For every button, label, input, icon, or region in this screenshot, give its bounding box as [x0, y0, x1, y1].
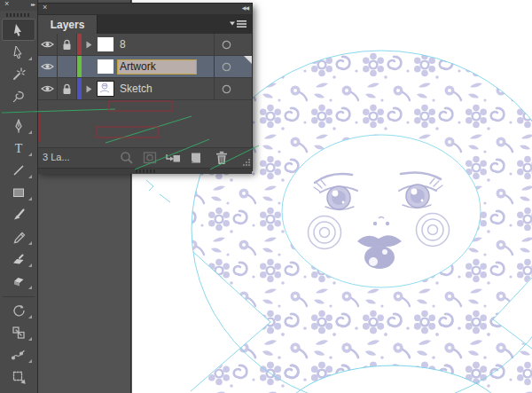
- tools-panel: × ▸▸ T: [0, 0, 38, 393]
- expand-triangle-icon[interactable]: [82, 78, 96, 99]
- svg-text:T: T: [15, 142, 23, 155]
- panel-titlebar[interactable]: × ◀◀: [38, 4, 252, 15]
- illustrator-window: × ◀◀ Layers 8 Sketch 3 La...: [0, 0, 532, 393]
- line-segment-tool[interactable]: [3, 159, 35, 181]
- lock-toggle[interactable]: [58, 34, 77, 55]
- width-tool[interactable]: [3, 343, 35, 365]
- lock-toggle[interactable]: [58, 56, 77, 77]
- layer-thumbnail[interactable]: [96, 34, 115, 55]
- lasso-tool[interactable]: [3, 85, 35, 107]
- layer-thumbnail[interactable]: [96, 78, 115, 99]
- layer-name[interactable]: 8: [115, 38, 214, 51]
- delete-layer-icon[interactable]: [215, 151, 229, 165]
- toolbar-close-icon[interactable]: ×: [4, 0, 9, 8]
- expand-triangle-icon[interactable]: [82, 34, 96, 55]
- layer-name-cell: [115, 56, 214, 77]
- free-transform-tool[interactable]: [3, 365, 35, 388]
- toolbar-drag-handle[interactable]: [6, 13, 31, 17]
- blob-brush-tool[interactable]: [3, 248, 35, 270]
- layer-row-sketch[interactable]: Sketch: [38, 78, 252, 100]
- new-sublayer-icon[interactable]: [165, 151, 179, 165]
- panel-tabbar: Layers: [38, 15, 252, 34]
- visibility-toggle[interactable]: [38, 34, 58, 55]
- selection-tool[interactable]: [2, 19, 35, 41]
- new-layer-icon[interactable]: [189, 151, 203, 165]
- layer-row-artwork[interactable]: [38, 56, 252, 78]
- collapse-to-icons-icon[interactable]: ◀◀: [242, 4, 248, 11]
- selection-indicator: [239, 56, 252, 77]
- magic-wand-tool[interactable]: [3, 63, 35, 85]
- panel-drag-handle[interactable]: [38, 168, 252, 174]
- selection-indicator: [239, 78, 252, 99]
- clipping-mask-icon[interactable]: [143, 151, 157, 165]
- layer-list: 8 Sketch: [38, 34, 252, 147]
- layer-thumbnail[interactable]: [96, 56, 115, 77]
- locate-object-icon[interactable]: [120, 151, 134, 165]
- panel-menu-icon[interactable]: [230, 20, 247, 28]
- eraser-tool[interactable]: [3, 270, 35, 292]
- toolbar-expand-icon[interactable]: ▸▸: [31, 1, 35, 7]
- layer-name-input[interactable]: [117, 59, 197, 75]
- expand-triangle-icon[interactable]: [82, 56, 96, 77]
- tab-layers[interactable]: Layers: [38, 15, 98, 34]
- panel-resize-grip[interactable]: [242, 158, 251, 167]
- direct-selection-tool[interactable]: [3, 41, 35, 63]
- selection-indicator: [239, 34, 252, 55]
- pencil-tool[interactable]: [3, 225, 35, 248]
- layer-name[interactable]: Sketch: [115, 83, 214, 95]
- target-circle-icon[interactable]: [214, 34, 239, 55]
- type-tool[interactable]: T: [3, 137, 35, 159]
- paintbrush-tool[interactable]: [3, 203, 35, 225]
- lock-toggle[interactable]: [58, 78, 77, 99]
- layer-row-8[interactable]: 8: [38, 34, 252, 56]
- layer-count-text: 3 La...: [43, 152, 70, 162]
- scale-tool[interactable]: [3, 321, 35, 343]
- visibility-toggle[interactable]: [38, 56, 58, 77]
- rectangle-tool[interactable]: [3, 181, 35, 203]
- toolbar-titlebar[interactable]: × ▸▸: [0, 0, 37, 11]
- target-circle-icon[interactable]: [214, 56, 239, 77]
- rotate-tool[interactable]: [3, 296, 35, 321]
- pen-tool[interactable]: [3, 112, 35, 137]
- layers-panel: × ◀◀ Layers 8 Sketch 3 La...: [37, 3, 253, 171]
- visibility-toggle[interactable]: [38, 78, 58, 99]
- shape-builder-tool[interactable]: [3, 388, 35, 393]
- panel-close-icon[interactable]: ×: [43, 3, 47, 12]
- target-circle-icon[interactable]: [214, 78, 239, 99]
- panel-status-bar: 3 La...: [38, 147, 252, 168]
